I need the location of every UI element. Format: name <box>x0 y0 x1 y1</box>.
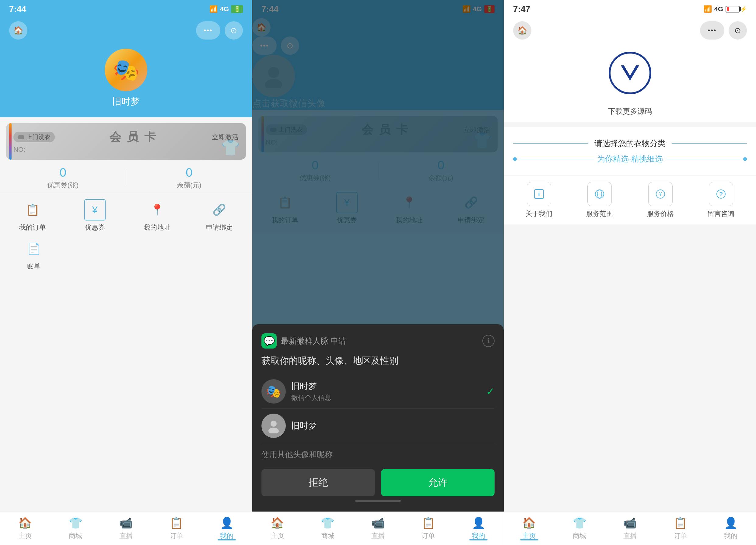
signal-icon-1: 📶 <box>209 5 218 13</box>
auth-account-2[interactable]: 旧时梦 <box>261 409 495 443</box>
nav-orders-icon-2: 📋 <box>422 517 435 529</box>
nav-home-2[interactable]: 🏠 主页 <box>252 517 303 540</box>
download-label-3: 下载更多源码 <box>608 107 652 115</box>
balance-count-1: 0 <box>186 166 192 180</box>
auth-account-sub-1: 微信个人信息 <box>291 393 481 402</box>
svg-point-2 <box>271 421 277 427</box>
avatar-1[interactable]: 🎭 <box>105 49 147 91</box>
nav-orders-icon-3: 📋 <box>674 517 687 529</box>
status-bar-3: 7:47 📶 4G ⚡ <box>504 0 756 18</box>
nav-my-3[interactable]: 👤 我的 <box>705 517 756 540</box>
nav-my-2[interactable]: 👤 我的 <box>453 517 504 540</box>
svg-text:¥: ¥ <box>659 192 662 197</box>
nav-my-1[interactable]: 👤 我的 <box>201 517 252 540</box>
signal-icon-3: 📶 <box>704 5 712 13</box>
menu-bill-1[interactable]: 📄 账单 <box>3 238 65 271</box>
reject-button[interactable]: 拒绝 <box>261 469 375 496</box>
menu-extra-1: 📄 账单 <box>0 238 252 277</box>
bind-label-1: 申请绑定 <box>206 223 233 232</box>
nav-live-icon-3: 📹 <box>623 517 637 529</box>
menu-coupons-1[interactable]: ¥ 优惠券 <box>65 199 125 232</box>
service-price-3[interactable]: ¥ 服务价格 <box>632 182 689 218</box>
coupon-count-1: 0 <box>60 166 66 180</box>
service-consult-3[interactable]: ? 留言咨询 <box>692 182 750 218</box>
menu-grid-1: 📋 我的订单 ¥ 优惠券 📍 我的地址 🔗 申请绑定 <box>0 193 252 238</box>
bill-label-1: 账单 <box>27 262 40 271</box>
menu-orders-1[interactable]: 📋 我的订单 <box>3 199 62 232</box>
service-range-3[interactable]: 服务范围 <box>571 182 629 218</box>
coupons-label-1: 优惠券 <box>85 223 105 232</box>
logo-svg-3 <box>616 59 644 87</box>
profile-section-1: 🎭 旧时梦 <box>0 46 252 117</box>
battery-fill-3 <box>727 7 729 11</box>
nav-my-icon-2: 👤 <box>472 517 485 529</box>
nav-home-1[interactable]: 🏠 主页 <box>0 517 51 540</box>
bottom-nav-2: 🏠 主页 👕 商城 📹 直播 📋 订单 👤 我的 <box>252 512 504 545</box>
panel-3: 7:47 📶 4G ⚡ 🏠 ••• ⊙ <box>504 0 756 545</box>
panel-2: 7:44 📶 4G 🔋 🏠 ••• ⊙ 点击获取微信头像 <box>252 0 504 545</box>
top-bar-1: 🏠 ••• ⊙ <box>0 18 252 46</box>
consult-icon-3: ? <box>709 182 733 206</box>
panel-1: 7:44 📶 4G 🔋 🏠 ••• ⊙ 🎭 旧时梦 上门洗衣 会 <box>0 0 252 545</box>
nav-home-3[interactable]: 🏠 主页 <box>504 517 555 540</box>
nav-shop-icon-2: 👕 <box>321 517 334 529</box>
nav-orders-2[interactable]: 📋 订单 <box>403 517 453 540</box>
service-about-3[interactable]: i 关于我们 <box>510 182 568 218</box>
allow-button[interactable]: 允许 <box>381 469 495 496</box>
nav-live-2[interactable]: 📹 直播 <box>353 517 403 540</box>
logo-section-3 <box>504 46 756 103</box>
member-card-1[interactable]: 上门洗衣 会 员 卡 立即激活 NO: 👕 <box>6 123 246 160</box>
nav-live-3[interactable]: 📹 直播 <box>605 517 655 540</box>
card-stripe-1 <box>9 123 12 160</box>
nav-shop-2[interactable]: 👕 商城 <box>303 517 353 540</box>
home-indicator-bar-2 <box>355 500 401 502</box>
auth-info-icon[interactable]: ℹ <box>482 335 495 347</box>
nav-live-1[interactable]: 📹 直播 <box>101 517 151 540</box>
price-icon-3: ¥ <box>648 182 673 206</box>
svg-text:i: i <box>538 191 540 198</box>
scan-button-1[interactable]: ⊙ <box>225 21 243 40</box>
more-button-3[interactable]: ••• <box>700 21 724 40</box>
wechat-auth-dialog: 💬 最新微群人脉 申请 ℹ 获取你的昵称、头像、地区及性别 🎭 旧时梦 微信个人… <box>252 324 504 512</box>
nav-shop-3[interactable]: 👕 商城 <box>555 517 605 540</box>
check-icon-1: ✓ <box>486 385 495 397</box>
range-label-3: 服务范围 <box>586 209 613 218</box>
nav-shop-icon-3: 👕 <box>573 517 586 529</box>
nav-shop-1[interactable]: 👕 商城 <box>51 517 101 540</box>
spacer-3 <box>504 225 756 545</box>
auth-other-option[interactable]: 使用其他头像和昵称 <box>261 443 495 466</box>
nav-orders-1[interactable]: 📋 订单 <box>151 517 202 540</box>
balance-label-1: 余额(元) <box>177 181 201 190</box>
home-button-1[interactable]: 🏠 <box>9 21 27 40</box>
home-button-3[interactable]: 🏠 <box>513 21 531 40</box>
price-label-3: 服务价格 <box>647 209 674 218</box>
line-right-1 <box>672 143 747 144</box>
nav-home-icon-3: 🏠 <box>522 517 536 529</box>
nav-my-icon-1: 👤 <box>220 517 234 529</box>
bottom-nav-1: 🏠 主页 👕 商城 📹 直播 📋 订单 👤 我的 <box>0 512 252 545</box>
about-icon-3: i <box>527 182 551 206</box>
nav-orders-3[interactable]: 📋 订单 <box>655 517 706 540</box>
card-top-row-1: 上门洗衣 会 员 卡 立即激活 <box>13 129 239 145</box>
content-area-1: 上门洗衣 会 员 卡 立即激活 NO: 👕 0 优惠券(张) 0 余额(元) 📋 <box>0 117 252 512</box>
logo-inner-3 <box>612 55 648 91</box>
menu-bind-1[interactable]: 🔗 申请绑定 <box>190 199 249 232</box>
toggle-dot-1 <box>18 135 24 139</box>
address-icon-1: 📍 <box>146 199 168 221</box>
coupons-icon-1: ¥ <box>84 199 106 221</box>
battery-icon-1: 🔋 <box>231 5 243 13</box>
network-label-1: 4G <box>220 5 229 13</box>
dot-left-1 <box>513 157 517 161</box>
services-grid-3: i 关于我们 服务范围 ¥ 服务价格 <box>504 176 756 225</box>
download-section-3: 下载更多源码 <box>504 103 756 122</box>
address-label-1: 我的地址 <box>144 223 170 232</box>
auth-header-text: 最新微群人脉 申请 <box>281 336 478 346</box>
more-button-1[interactable]: ••• <box>196 21 220 40</box>
status-bar-1: 7:44 📶 4G 🔋 <box>0 0 252 18</box>
card-tag-1: 上门洗衣 <box>13 132 55 142</box>
menu-address-1[interactable]: 📍 我的地址 <box>128 199 187 232</box>
auth-account-1[interactable]: 🎭 旧时梦 微信个人信息 ✓ <box>261 374 495 409</box>
nav-live-icon-1: 📹 <box>119 517 133 529</box>
scan-button-3[interactable]: ⊙ <box>729 21 747 40</box>
orders-icon-1: 📋 <box>22 199 43 221</box>
